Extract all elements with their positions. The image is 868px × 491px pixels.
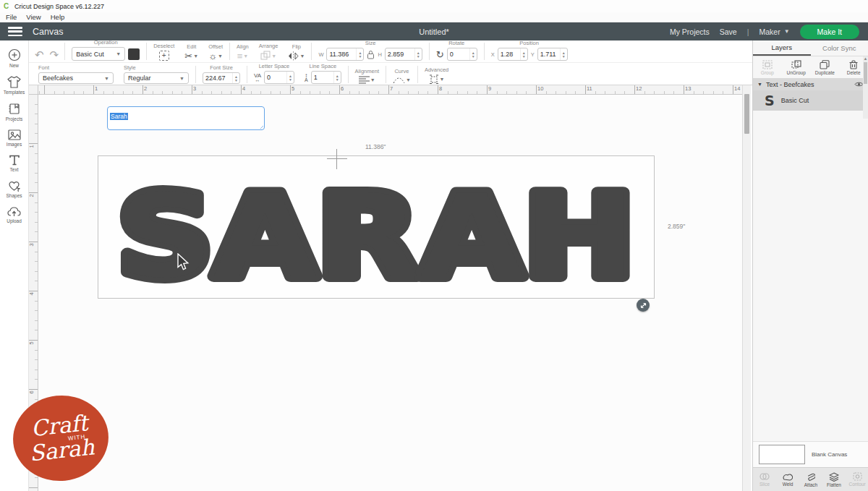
position-y-stepper[interactable]: ▲▼: [560, 48, 567, 60]
undo-icon[interactable]: ↶: [35, 50, 44, 59]
attach-button[interactable]: Attach: [799, 472, 822, 487]
sidebar-item-projects[interactable]: Projects: [0, 101, 28, 124]
menu-help[interactable]: Help: [51, 13, 65, 21]
alignment-button[interactable]: ▼: [359, 76, 375, 84]
rotate-field[interactable]: ▲▼: [447, 48, 477, 61]
panel-scrollbar[interactable]: ▲: [863, 56, 868, 119]
letter-space-field[interactable]: ▲▼: [264, 71, 294, 84]
sidebar-label: New: [9, 63, 19, 68]
attach-label: Attach: [804, 482, 817, 487]
group-button[interactable]: Group: [753, 60, 782, 75]
menu-file[interactable]: File: [6, 13, 17, 21]
line-space-field[interactable]: ▲▼: [311, 71, 341, 84]
position-x-input[interactable]: [498, 51, 520, 58]
position-x-field[interactable]: ▲▼: [498, 48, 528, 61]
flatten-button[interactable]: Flatten: [822, 472, 846, 487]
edit-toolbar: ↶ ↷ Operation Basic Cut ▼ Deselect +: [29, 40, 868, 85]
edit-button[interactable]: ✂▼: [184, 51, 198, 61]
panel-scrollbar-thumb[interactable]: [864, 62, 867, 84]
rotate-input[interactable]: [448, 51, 469, 58]
view-title: Canvas: [33, 27, 63, 37]
selection-bounding-box[interactable]: SARAH: [98, 155, 655, 299]
position-y-input[interactable]: [538, 51, 560, 58]
ruler-number: 3: [193, 85, 196, 92]
height-dimension-label: 2.859": [668, 223, 685, 230]
lock-icon[interactable]: [367, 50, 375, 59]
sidebar-item-text[interactable]: Text: [0, 153, 28, 174]
slice-button[interactable]: Slice: [753, 472, 776, 487]
sidebar-item-templates[interactable]: Templates: [0, 74, 28, 97]
width-input[interactable]: [327, 51, 356, 58]
flip-button[interactable]: ▼: [288, 51, 305, 61]
sidebar-item-images[interactable]: Images: [0, 127, 28, 149]
line-space-input[interactable]: [312, 74, 333, 81]
letter-space-input[interactable]: [265, 74, 286, 81]
machine-selector[interactable]: Maker ▼: [759, 27, 789, 36]
my-projects-link[interactable]: My Projects: [670, 27, 710, 36]
advanced-button[interactable]: ▼: [429, 74, 445, 84]
position-y-field[interactable]: ▲▼: [537, 48, 568, 61]
alignment-group: Alignment ▼: [350, 63, 384, 85]
ungroup-button[interactable]: UnGroup: [782, 60, 811, 75]
textbox-resize-grip[interactable]: [258, 124, 263, 129]
rotate-stepper[interactable]: ▲▼: [469, 48, 477, 60]
offset-button[interactable]: ☼▼: [208, 51, 223, 61]
width-field[interactable]: ▲▼: [326, 48, 364, 61]
line-space-stepper[interactable]: ▲▼: [333, 72, 341, 83]
design-canvas[interactable]: 1234567891011121314 123456 Sarah 11.386"…: [29, 85, 751, 491]
make-it-button[interactable]: Make It: [800, 25, 859, 39]
text-icon: [9, 155, 20, 166]
chevron-down-icon: ▼: [784, 28, 790, 35]
tab-color-sync[interactable]: Color Sync: [811, 40, 868, 56]
operation-select[interactable]: Basic Cut ▼: [72, 47, 125, 61]
sidebar-item-new[interactable]: New: [0, 46, 28, 70]
chevron-down-icon[interactable]: ▼: [757, 82, 762, 87]
curve-button[interactable]: ▼: [393, 76, 411, 84]
ruler-number: 4: [242, 85, 245, 92]
canvas-color-swatch[interactable]: [759, 445, 805, 464]
line-space-label: Line Space: [310, 63, 337, 69]
menu-bar: File View Help: [0, 12, 868, 22]
text-entry-value[interactable]: Sarah: [110, 113, 128, 120]
hamburger-menu-icon[interactable]: [8, 27, 22, 36]
position-x-stepper[interactable]: ▲▼: [520, 48, 527, 60]
style-select[interactable]: Regular ▼: [124, 72, 189, 84]
save-link[interactable]: Save: [720, 27, 737, 36]
sidebar-item-upload[interactable]: Upload: [0, 204, 28, 226]
chevron-down-icon: ▼: [243, 54, 248, 59]
duplicate-button[interactable]: Duplicate: [811, 60, 840, 75]
font-select[interactable]: Beefcakes ▼: [38, 72, 114, 84]
deselect-button[interactable]: +: [159, 51, 169, 61]
scrollbar-thumb[interactable]: [744, 94, 749, 134]
align-button[interactable]: ≡▼: [237, 51, 249, 61]
artwork-text[interactable]: SARAH: [117, 170, 636, 298]
align-icon: ≡: [237, 51, 243, 61]
font-size-stepper[interactable]: ▲▼: [232, 73, 239, 83]
resize-handle[interactable]: [637, 299, 650, 312]
color-swatch[interactable]: [128, 48, 140, 60]
sidebar-item-shapes[interactable]: Shapes: [0, 178, 28, 200]
letter-space-stepper[interactable]: ▲▼: [286, 72, 294, 83]
font-size-field[interactable]: ▲▼: [203, 72, 240, 84]
layer-group-row[interactable]: ▼ Text - Beefcakes: [753, 78, 868, 90]
height-field[interactable]: ▲▼: [385, 48, 422, 61]
font-size-input[interactable]: [203, 74, 232, 82]
group-icon: [762, 60, 773, 69]
font-size-label: Font Size: [210, 64, 233, 71]
text-entry-box[interactable]: Sarah: [107, 106, 265, 130]
width-stepper[interactable]: ▲▼: [356, 48, 363, 60]
contour-button[interactable]: Contour: [846, 472, 868, 487]
arrange-button[interactable]: ▼: [260, 51, 276, 61]
weld-button[interactable]: Weld: [776, 472, 799, 487]
canvas-scrollbar[interactable]: [742, 85, 751, 491]
letter-space-icon: VA↔: [254, 73, 261, 82]
font-size-group: Font Size ▲▼: [197, 63, 245, 85]
height-input[interactable]: [386, 51, 414, 58]
layer-item-basic-cut[interactable]: S Basic Cut: [753, 90, 868, 111]
redo-icon[interactable]: ↷: [50, 50, 59, 59]
artwork-svg[interactable]: SARAH: [98, 156, 654, 298]
menu-view[interactable]: View: [26, 13, 41, 21]
tab-layers[interactable]: Layers: [753, 40, 811, 56]
scroll-up-arrow[interactable]: ▲: [863, 56, 868, 61]
height-stepper[interactable]: ▲▼: [414, 48, 422, 60]
